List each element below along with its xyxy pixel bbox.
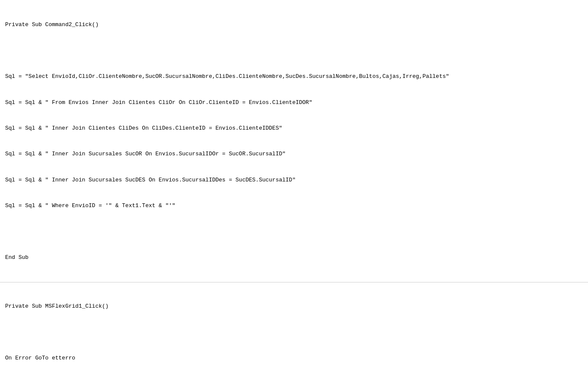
code-line: Sql = Sql & " Inner Join Sucursales SucO…	[5, 150, 583, 158]
section-divider	[0, 282, 588, 282]
code-line: On Error GoTo etterro	[5, 354, 583, 362]
code-line: Sql = Sql & " Inner Join Sucursales SucD…	[5, 176, 583, 184]
code-content-2: Private Sub MSFlexGrid1_Click() On Error…	[0, 285, 588, 392]
code-line	[5, 328, 583, 336]
code-line: Sql = Sql & " Where EnvioID = '" & Text1…	[5, 202, 583, 210]
code-line: Sql = "Select EnvioId,CliOr.ClienteNombr…	[5, 72, 583, 81]
code-line	[5, 228, 583, 236]
code-line: Sql = Sql & " From Envios Inner Join Cli…	[5, 98, 583, 107]
code-content: Private Sub Command2_Click() Sql = "Sele…	[0, 3, 588, 279]
code-line	[5, 47, 583, 55]
code-line: Sql = Sql & " Inner Join Clientes CliDes…	[5, 124, 583, 133]
code-line	[5, 380, 583, 388]
code-editor: Private Sub Command2_Click() Sql = "Sele…	[0, 0, 588, 392]
code-line: Private Sub MSFlexGrid1_Click()	[5, 302, 583, 311]
code-line: End Sub	[5, 253, 583, 262]
code-line: Private Sub Command2_Click()	[5, 21, 583, 29]
